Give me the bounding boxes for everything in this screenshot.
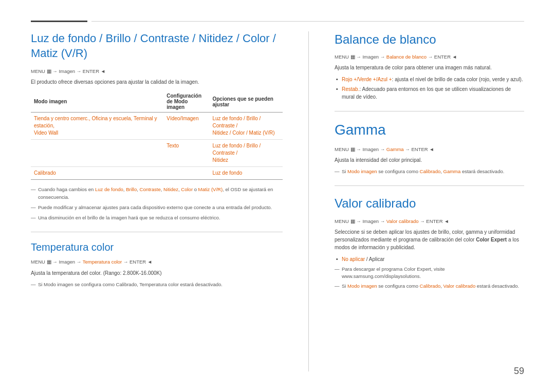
balance-heading: Balance de blanco xyxy=(335,31,524,47)
col-header-mode: Modo imagen xyxy=(31,91,163,113)
row2-mode xyxy=(31,140,163,167)
dark-line xyxy=(31,21,87,22)
row2-config: Texto xyxy=(163,140,209,167)
balance-blanco-section: Balance de blanco MENU ▦ → Imagen → Bala… xyxy=(335,31,524,101)
gamma-note: Si Modo imagen se configura como Calibra… xyxy=(335,168,524,175)
gamma-menu-path: MENU ▦ → Imagen → Gamma → ENTER ◄ xyxy=(335,146,524,153)
row3-mode: Calibrado xyxy=(31,167,163,180)
right-column: Balance de blanco MENU ▦ → Imagen → Bala… xyxy=(335,31,524,371)
table-row: Calibrado Luz de fondo xyxy=(31,167,283,180)
page-number: 59 xyxy=(514,366,524,377)
balance-bullet-1: Rojo +/Verde +/Azul +: ajusta el nivel d… xyxy=(335,76,524,83)
note-item: Una disminución en el brillo de la image… xyxy=(31,214,283,221)
intro-text: El producto ofrece diversas opciones par… xyxy=(31,78,283,86)
table-row: Tienda y centro comerc., Oficina y escue… xyxy=(31,113,283,140)
row1-mode: Tienda y centro comerc., Oficina y escue… xyxy=(31,113,163,140)
main-notes: Cuando haga cambios en Luz de fondo, Bri… xyxy=(31,186,283,221)
balance-bullet-2: Restab.: Adecuado para entornos en los q… xyxy=(335,85,524,101)
valor-menu-path: MENU ▦ → Imagen → Valor calibrado → ENTE… xyxy=(335,218,524,225)
valor-bullet-1: No aplicar / Aplicar xyxy=(335,255,524,263)
valor-calibrado-section: Valor calibrado MENU ▦ → Imagen → Valor … xyxy=(335,185,524,290)
col-header-config: Configuraciónde Modo imagen xyxy=(163,91,209,113)
gamma-desc: Ajusta la intensidad del color principal… xyxy=(335,156,524,164)
main-menu-path: MENU ▦ → Imagen → ENTER ◄ xyxy=(31,68,283,75)
top-decoration xyxy=(31,21,524,22)
temp-desc: Ajusta la temperatura del color. (Rango:… xyxy=(31,269,283,277)
image-mode-table: Modo imagen Configuraciónde Modo imagen … xyxy=(31,91,283,180)
temp-note: Si Modo imagen se configura como Calibra… xyxy=(31,281,283,288)
page: Luz de fondo / Brillo / Contraste / Niti… xyxy=(0,0,555,392)
balance-desc: Ajusta la temperatura de color para obte… xyxy=(335,64,524,71)
note-item: Puede modificar y almacenar ajustes para… xyxy=(31,204,283,211)
temp-menu-path: MENU ▦ → Imagen → Temperatura color → EN… xyxy=(31,258,283,266)
row3-config xyxy=(163,167,209,180)
balance-menu-path: MENU ▦ → Imagen → Balance de blanco → EN… xyxy=(335,53,524,61)
valor-calibrado-heading: Valor calibrado xyxy=(335,195,524,211)
row1-options: Luz de fondo / Brillo / Contraste / Niti… xyxy=(209,113,283,140)
gamma-heading: Gamma xyxy=(335,121,524,139)
table-row: Texto Luz de fondo / Brillo / Contraste … xyxy=(31,140,283,167)
col-header-options: Opciones que se puedenajustar xyxy=(209,91,283,113)
gamma-section: Gamma MENU ▦ → Imagen → Gamma → ENTER ◄ … xyxy=(335,111,524,175)
note-item: Cuando haga cambios en Luz de fondo, Bri… xyxy=(31,186,283,201)
temp-heading: Temperatura color xyxy=(31,241,283,253)
left-column: Luz de fondo / Brillo / Contraste / Niti… xyxy=(31,31,283,371)
light-line xyxy=(91,21,524,22)
row2-options: Luz de fondo / Brillo / Contraste / Niti… xyxy=(209,140,283,167)
temperatura-color-section: Temperatura color MENU ▦ → Imagen → Temp… xyxy=(31,232,283,288)
row1-config: Vídeo/Imagen xyxy=(163,113,209,140)
column-divider xyxy=(308,31,309,371)
main-heading: Luz de fondo / Brillo / Contraste / Niti… xyxy=(31,31,283,61)
row3-options: Luz de fondo xyxy=(209,167,283,180)
valor-note-2: Si Modo imagen se configura como Calibra… xyxy=(335,283,524,290)
valor-note-1: Para descargar el programa Color Expert,… xyxy=(335,266,524,281)
valor-desc: Seleccione si se deben aplicar los ajust… xyxy=(335,228,524,251)
